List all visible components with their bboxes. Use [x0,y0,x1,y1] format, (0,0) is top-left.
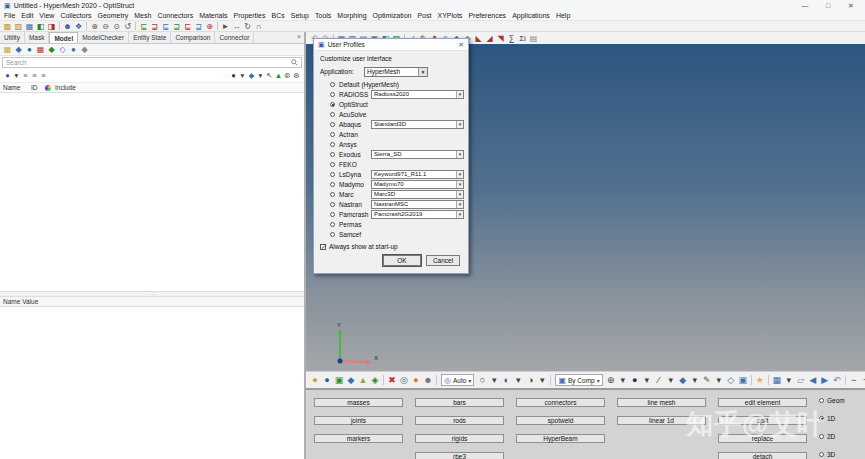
page-radio[interactable]: 1D [813,415,863,422]
topo-geometry-icon[interactable]: ◑ [524,373,536,387]
separator[interactable] [751,375,752,385]
session-icon[interactable]: ❖ [73,21,84,32]
always-show-option[interactable]: Always show at start-up [320,242,462,251]
weld-3-icon[interactable]: ◥ [495,33,506,44]
list-state-2-icon[interactable]: ≡ [30,70,39,81]
assemblies-icon[interactable]: ● [321,373,333,387]
profile-option[interactable]: Nastran NastranMSC ▾ [320,199,462,209]
tab-model[interactable]: Model [49,32,78,43]
list-state-1-icon[interactable]: ≡ [21,70,30,81]
profile-version-combo[interactable]: Madymo70 ▾ [371,180,464,189]
menu-item[interactable]: Materials [196,11,230,20]
maximize-button[interactable]: □ [818,2,838,9]
page-radio[interactable]: 2D [813,433,863,440]
dropdown-arrow-icon[interactable]: ▾ [665,373,677,387]
zoom-out-icon[interactable]: − [848,373,860,387]
close-button[interactable]: ✕ [841,2,861,10]
panel-button[interactable]: split [718,416,807,425]
menu-item[interactable]: XYPlots [434,11,465,20]
dropdown-arrow-icon[interactable]: ▾ [783,373,795,387]
menu-item[interactable]: Edit [18,11,36,20]
zoom-out-icon[interactable]: ⊖ [100,21,111,32]
menu-item[interactable]: Help [553,11,573,20]
profile-option[interactable]: Exodus Sierra_SD ▾ [320,149,462,159]
panel-button[interactable]: detach [718,452,807,459]
menu-item[interactable]: Applications [509,11,553,20]
dropdown-arrow-icon[interactable]: ▾ [12,70,21,81]
selector-mode-combo[interactable]: ◎ Auto ▾ [441,374,474,386]
list-state-3-icon[interactable]: ≡ [39,70,48,81]
notebook-icon[interactable]: ▤ [528,33,539,44]
menu-item[interactable]: File [1,11,18,20]
panel-button[interactable]: rbe3 [415,452,504,459]
dropdown-arrow-icon[interactable]: ▾ [536,373,548,387]
profile-version-combo[interactable]: Keyword971_R11.1 ▾ [371,170,464,179]
monitor-icon[interactable]: ▣ [737,373,749,387]
glasses-plus-icon[interactable]: ⊛ [292,70,301,81]
panel-button[interactable]: edit element [718,398,807,407]
profile-option[interactable]: Permas ▾ [320,219,462,229]
rotate-view-icon[interactable]: ↺ [122,21,133,32]
eraser-icon[interactable]: ▱ [795,373,807,387]
dropdown-arrow-icon[interactable]: ▾ [641,373,653,387]
menu-item[interactable]: BCs [268,11,287,20]
show-hide-icon[interactable]: ● [3,70,12,81]
shaded-mesh-icon[interactable]: ● [629,373,641,387]
profile-option[interactable]: FEKO ▾ [320,159,462,169]
panel-button[interactable]: linear 1d [617,416,706,425]
menu-item[interactable]: View [36,11,57,20]
tab-modelchecker[interactable]: ModelChecker [78,32,129,43]
tab-mask[interactable]: Mask [25,32,50,43]
shaded-geometry-icon[interactable]: ◐ [500,373,512,387]
separator[interactable] [436,375,437,385]
menu-item[interactable]: Geometry [95,11,132,20]
weld-1-icon[interactable]: ◣ [473,33,484,44]
unmask-adjacent-icon[interactable]: ⊒ [171,21,182,32]
panel-button[interactable]: masses [314,398,403,407]
cancel-button[interactable]: Cancel [426,255,460,266]
separator[interactable] [86,22,87,30]
menu-item[interactable]: Connectors [154,11,196,20]
dropdown-arrow-icon[interactable]: ▾ [713,373,725,387]
panel-button[interactable]: spotweld [516,416,605,425]
open-model-icon[interactable]: ▨ [13,21,24,32]
profile-option[interactable]: OptiStruct ▾ [320,99,462,109]
minimize-button[interactable]: — [795,2,815,9]
mask-all-icon[interactable]: ⊒ [193,21,204,32]
profile-option[interactable]: RADIOSS Radioss2020 ▾ [320,89,462,99]
menu-item[interactable]: Tools [312,11,334,20]
ok-button[interactable]: OK [383,255,421,266]
tab-comparison[interactable]: Comparison [171,32,215,43]
profile-version-combo[interactable]: Sierra_SD ▾ [371,150,464,159]
thickness-icon[interactable]: ◆ [677,373,689,387]
tab-utility[interactable]: Utility [0,32,25,43]
menu-item[interactable]: Post [414,11,434,20]
component-view-icon[interactable]: ◆ [13,44,24,55]
translate-icon[interactable]: ↔ [231,21,242,32]
spherical-clip-icon[interactable]: ⊕ [204,21,215,32]
panel-button[interactable]: bars [415,398,504,407]
model-tree[interactable] [0,93,304,291]
panel-button[interactable]: replace [718,434,807,443]
profile-option[interactable]: Samcef ▾ [320,229,462,239]
duplicate-icon[interactable]: ◇ [725,373,737,387]
panel-button[interactable]: rigids [415,434,504,443]
profile-version-combo[interactable]: Standard3D ▾ [371,120,464,129]
entity-sets-icon[interactable]: ● [309,373,321,387]
material-view-icon[interactable]: ▦ [35,44,46,55]
dropdown-arrow-icon[interactable]: ▾ [689,373,701,387]
dropdown-arrow-icon[interactable]: ▾ [617,373,629,387]
display-sphere-icon[interactable]: ● [229,70,238,81]
panel-button[interactable]: joints [314,416,403,425]
profile-option[interactable]: Actran ▾ [320,129,462,139]
feature-lines-icon[interactable]: ∕ [653,373,665,387]
menu-item[interactable]: Morphing [334,11,369,20]
element-handles-icon[interactable]: ✎ [701,373,713,387]
column-include[interactable]: Include [55,84,76,91]
separator[interactable] [768,375,769,385]
arc-rotate-icon[interactable]: ∩ [253,21,264,32]
page-radio[interactable]: 3D [813,451,863,458]
page-radio[interactable]: Geom [813,397,863,404]
profile-version-combo[interactable]: NastranMSC ▾ [371,200,464,209]
select-arrow-icon[interactable]: ► [220,21,231,32]
